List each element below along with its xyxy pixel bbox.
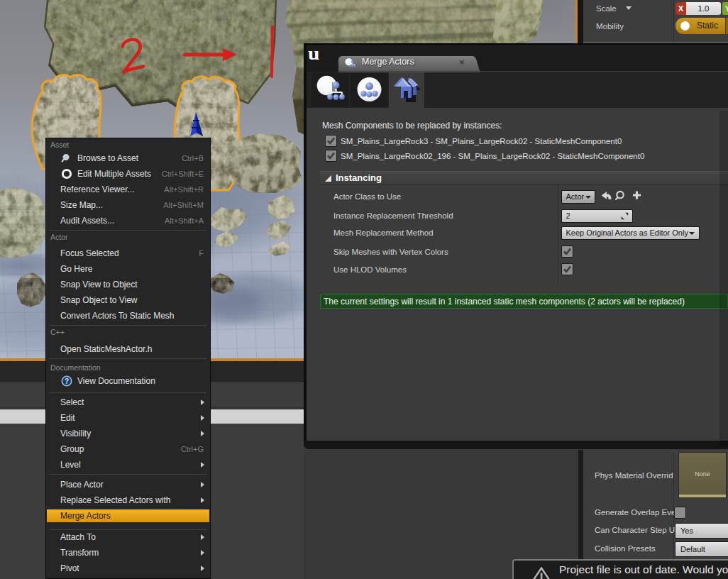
svg-text:?: ? bbox=[65, 377, 69, 385]
